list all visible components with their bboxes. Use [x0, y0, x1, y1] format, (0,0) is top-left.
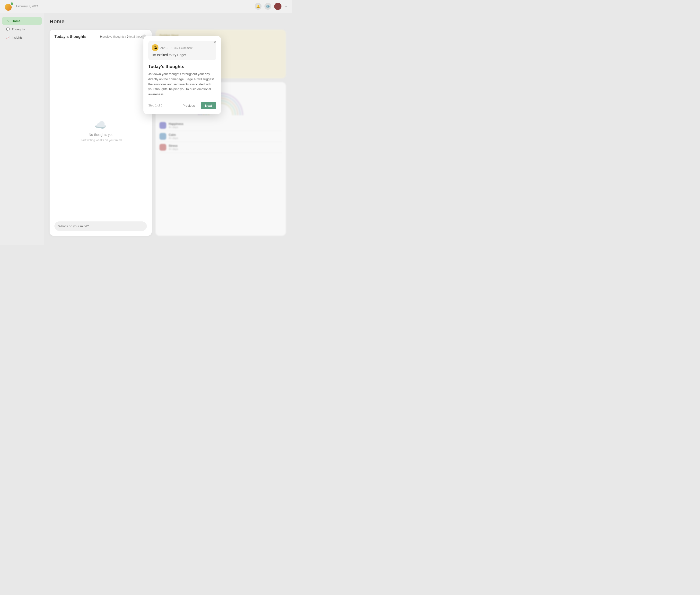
- sidebar-item-thoughts[interactable]: 💬 Thoughts: [2, 25, 42, 33]
- empty-state: ☁️ No thoughts yet Start writing what's …: [54, 43, 147, 219]
- sidebar-label-thoughts: Thoughts: [12, 27, 25, 31]
- thoughts-panel-title: Today's thoughts: [54, 34, 86, 39]
- header-menu-icon[interactable]: ···: [284, 5, 287, 8]
- emotion-info-3: Stress 4+ days: [169, 144, 282, 150]
- empty-subtitle: Start writing what's on your mind: [80, 139, 121, 142]
- onboarding-popover: × 🌤 Apr 13 · ✦ Joy, Excitement I'm excit…: [143, 36, 221, 114]
- popover-footer: Step 1 of 5 Previous Next: [148, 102, 216, 109]
- sidebar-item-home[interactable]: ⌂ Home: [2, 17, 42, 25]
- settings-icon[interactable]: ⚙️: [264, 3, 271, 10]
- emotion-name-2: Calm: [169, 133, 282, 137]
- thoughts-icon: 💬: [6, 27, 10, 31]
- total-count: 0: [127, 35, 129, 38]
- cloud-icon: ☁️: [94, 119, 107, 131]
- emotion-sub-1: 4+ days: [169, 126, 282, 129]
- popover-description: Jot down your thoughts throughout your d…: [148, 72, 216, 97]
- emotion-name-1: Happiness: [169, 122, 282, 126]
- positive-count: 0: [100, 35, 102, 38]
- thought-preview-text: I'm excited to try Sage!: [152, 53, 213, 57]
- popover-actions: Previous Next: [179, 102, 216, 109]
- popover-close-button[interactable]: ×: [212, 39, 218, 45]
- empty-title: No thoughts yet: [89, 133, 113, 137]
- logo-dot: [10, 2, 13, 5]
- emotion-sub-3: 4+ days: [169, 147, 282, 150]
- thoughts-meta: 0 positive thoughts / 0 total thoughts: [100, 35, 147, 38]
- next-button[interactable]: Next: [201, 102, 216, 109]
- header-right: 🔔 ⚙️ ···: [255, 3, 287, 10]
- thought-separator: · ✦: [169, 47, 174, 49]
- sidebar: ⌂ Home 💬 Thoughts 📈 Insights: [0, 12, 44, 245]
- emotion-name-3: Stress: [169, 144, 282, 147]
- step-current: 1: [155, 104, 157, 107]
- thought-input[interactable]: [54, 221, 147, 231]
- thought-emoji: 🌤: [152, 44, 159, 51]
- emotion-row-1: Happiness 4+ days: [160, 120, 282, 131]
- emotion-sub-2: 4+ days: [169, 137, 282, 140]
- thought-emotions: Joy, Excitement: [174, 47, 193, 49]
- previous-button[interactable]: Previous: [179, 102, 199, 109]
- thought-date: Apr 13: [161, 47, 168, 49]
- sidebar-item-insights[interactable]: 📈 Insights: [2, 33, 42, 41]
- step-total: 5: [161, 104, 162, 107]
- emotion-row-2: Calm 4+ days: [160, 131, 282, 142]
- page-title: Home: [50, 19, 286, 25]
- sidebar-label-home: Home: [12, 19, 21, 23]
- emotion-row-3: Stress 4+ days: [160, 142, 282, 153]
- app-header: February 7, 2024 🔔 ⚙️ ···: [0, 0, 292, 12]
- header-date: February 7, 2024: [16, 5, 38, 8]
- avatar[interactable]: [274, 3, 281, 10]
- thought-preview-meta: Apr 13 · ✦ Joy, Excitement: [161, 46, 193, 50]
- thought-preview-header: 🌤 Apr 13 · ✦ Joy, Excitement: [152, 44, 213, 51]
- emotion-dot-2: [160, 133, 166, 140]
- sidebar-label-insights: Insights: [12, 36, 23, 39]
- emotion-dot-1: [160, 122, 166, 129]
- home-icon: ⌂: [6, 19, 10, 23]
- header-left: February 7, 2024: [5, 2, 38, 11]
- thoughts-panel: Today's thoughts 0 positive thoughts / 0…: [50, 30, 152, 236]
- popover-title: Today's thoughts: [148, 64, 216, 69]
- step-label: Step: [148, 104, 155, 107]
- emotion-info-1: Happiness 4+ days: [169, 122, 282, 129]
- of-label: of: [158, 104, 160, 107]
- emotion-dot-3: [160, 144, 166, 151]
- bell-icon[interactable]: 🔔: [255, 3, 261, 10]
- thought-preview-card: 🌤 Apr 13 · ✦ Joy, Excitement I'm excited…: [148, 41, 216, 60]
- emotion-info-2: Calm 4+ days: [169, 133, 282, 140]
- thoughts-panel-header: Today's thoughts 0 positive thoughts / 0…: [54, 34, 147, 39]
- step-indicator: Step 1 of 5: [148, 104, 162, 107]
- insights-icon: 📈: [6, 35, 10, 39]
